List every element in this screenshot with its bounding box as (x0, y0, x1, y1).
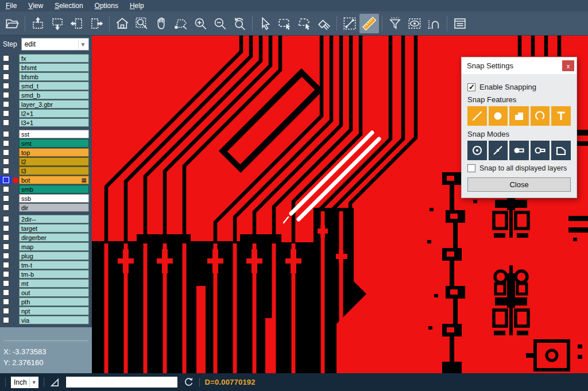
layer-checkbox[interactable] (3, 149, 9, 156)
menu-selection[interactable]: Selection (55, 2, 83, 10)
snap-pad-slot-filled-button[interactable] (509, 141, 529, 160)
layer-checkbox-cell[interactable] (0, 203, 11, 212)
snap-surface-button[interactable] (509, 106, 529, 126)
snap-text-button[interactable] (551, 106, 571, 126)
layer-checkbox-cell[interactable] (0, 176, 11, 184)
layer-checkbox-cell[interactable] (0, 242, 11, 251)
layer-checkbox-cell[interactable] (0, 148, 11, 157)
layer-checkbox[interactable] (3, 195, 9, 202)
layer-checkbox-cell[interactable] (0, 251, 11, 260)
layer-bar[interactable]: l2 (19, 157, 89, 166)
layer-bar[interactable]: dirgerber (19, 233, 89, 242)
zoom-window-icon[interactable] (132, 14, 152, 33)
layer-bar[interactable]: l3+1 (19, 118, 89, 127)
menu-view[interactable]: View (28, 2, 43, 10)
enable-snapping-checkbox[interactable] (467, 83, 475, 91)
layer-checkbox[interactable] (3, 262, 9, 268)
layer-bar[interactable]: mt (19, 279, 89, 288)
open-folder-icon[interactable] (2, 14, 22, 33)
angle-measure-icon[interactable] (49, 377, 60, 388)
menu-file[interactable]: File (6, 2, 17, 10)
snap-midpoint-button[interactable] (489, 141, 508, 160)
select-polygon-icon[interactable] (295, 14, 314, 33)
step-select[interactable]: edit ▼ (21, 38, 89, 51)
measure-input[interactable] (65, 376, 178, 388)
layer-checkbox-cell[interactable] (0, 288, 11, 297)
layer-bar[interactable]: tm-t (19, 261, 89, 269)
layer-checkbox-cell[interactable] (0, 167, 11, 175)
layer-bar[interactable]: bfsmb (19, 72, 89, 81)
panel-list-icon[interactable] (450, 14, 470, 33)
layer-checkbox-cell[interactable] (0, 118, 11, 127)
snap-line-button[interactable] (467, 106, 487, 126)
layer-checkbox[interactable] (3, 110, 9, 117)
layer-checkbox-cell[interactable] (0, 233, 11, 242)
layer-checkbox[interactable] (3, 186, 9, 192)
layer-checkbox[interactable] (3, 204, 9, 211)
refresh-icon[interactable] (183, 377, 194, 388)
layer-checkbox[interactable] (3, 83, 9, 89)
layer-checkbox[interactable] (3, 280, 9, 287)
layer-bar[interactable]: out (19, 288, 89, 297)
clear-brush-icon[interactable] (314, 14, 334, 33)
layer-checkbox[interactable] (3, 225, 9, 231)
layer-checkbox-cell[interactable] (0, 54, 11, 63)
layer-checkbox[interactable] (3, 101, 9, 107)
layer-bar[interactable]: tm-b (19, 270, 89, 278)
layer-checkbox-cell[interactable] (0, 139, 11, 148)
layer-checkbox[interactable] (3, 299, 9, 305)
layer-checkbox[interactable] (3, 289, 9, 296)
zoom-polygon-icon[interactable] (171, 14, 191, 33)
dialog-titlebar[interactable]: Snap Settings x (462, 57, 577, 74)
layer-checkbox[interactable] (3, 253, 9, 259)
paste-left-icon[interactable] (67, 14, 87, 33)
layer-bar[interactable]: dir (19, 203, 89, 212)
layer-bar[interactable]: bfsmt (19, 63, 89, 72)
layer-checkbox-cell[interactable] (0, 224, 11, 233)
layer-bar[interactable]: l3 (19, 167, 89, 175)
layer-bar[interactable]: smd_b (19, 91, 89, 99)
layer-checkbox[interactable] (3, 177, 9, 183)
close-icon[interactable]: x (562, 60, 574, 71)
layer-checkbox-cell[interactable] (0, 63, 11, 72)
menu-options[interactable]: Options (95, 2, 118, 10)
layer-checkbox-cell[interactable] (0, 261, 11, 269)
zoom-in-icon[interactable] (191, 14, 210, 33)
unit-select[interactable]: Inch ▼ (11, 377, 38, 388)
zoom-out-icon[interactable] (210, 14, 230, 33)
layer-bar[interactable]: ssb (19, 194, 89, 203)
measure-ruler-icon[interactable] (359, 14, 379, 33)
layer-bar[interactable]: map (19, 242, 89, 251)
snap-center-button[interactable] (467, 141, 487, 160)
layer-bar[interactable]: via (19, 316, 89, 324)
layer-checkbox[interactable] (3, 73, 9, 80)
layer-checkbox-cell[interactable] (0, 270, 11, 278)
layer-checkbox-cell[interactable] (0, 91, 11, 99)
enable-snapping-row[interactable]: Enable Snapping (467, 83, 571, 91)
layer-checkbox[interactable] (3, 243, 9, 250)
layer-checkbox-cell[interactable] (0, 316, 11, 324)
snap-magnet-icon[interactable] (424, 14, 444, 33)
layer-checkbox[interactable] (3, 131, 9, 137)
layer-bar[interactable]: fx (19, 54, 89, 63)
snap-all-layers-row[interactable]: Snap to all displayed layers (467, 164, 571, 172)
layer-checkbox-cell[interactable] (0, 215, 11, 223)
layer-checkbox-cell[interactable] (0, 82, 11, 90)
layer-checkbox-cell[interactable] (0, 72, 11, 81)
layer-checkbox-cell[interactable] (0, 307, 11, 315)
layer-checkbox-cell[interactable] (0, 100, 11, 109)
select-pointer-icon[interactable] (256, 14, 275, 33)
snap-arc-button[interactable] (531, 106, 550, 126)
layer-checkbox-cell[interactable] (0, 194, 11, 203)
pcb-canvas[interactable]: Snap Settings x Enable Snapping Snap Fea… (92, 36, 588, 373)
paste-down-icon[interactable] (48, 14, 67, 33)
layer-checkbox[interactable] (3, 140, 9, 146)
layer-bar[interactable]: 2dir-- (19, 215, 89, 223)
layer-checkbox[interactable] (3, 271, 9, 277)
layer-bar[interactable]: l2+1 (19, 109, 89, 118)
layer-checkbox[interactable] (3, 234, 9, 241)
layer-bar[interactable]: top (19, 148, 89, 157)
layer-bar[interactable]: smd_t (19, 82, 89, 90)
layer-bar[interactable]: bot ▦ (19, 176, 89, 184)
layer-checkbox-cell[interactable] (0, 130, 11, 138)
